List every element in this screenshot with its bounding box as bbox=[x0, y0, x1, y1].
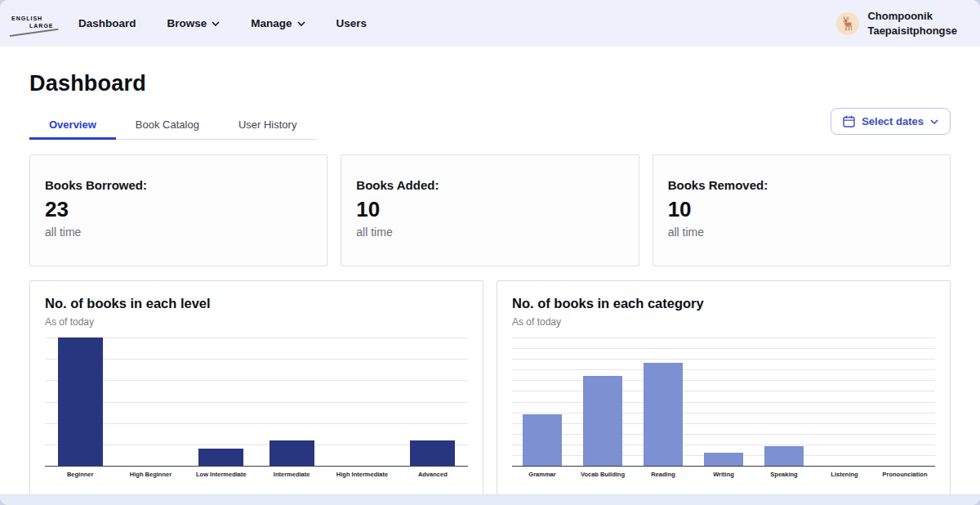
categories-chart-labels: GrammarVocab BuildingReadingWritingSpeak… bbox=[512, 471, 935, 478]
nav-item-dashboard[interactable]: Dashboard bbox=[78, 17, 136, 29]
bar bbox=[58, 337, 103, 466]
stat-card-books-borrowed: Books Borrowed: 23 all time bbox=[29, 154, 327, 266]
levels-bar-chart bbox=[45, 337, 468, 467]
app-logo[interactable]: ENGLISH LARGE bbox=[8, 9, 59, 38]
bar-slot-beginner bbox=[45, 337, 115, 466]
nav-menu: Dashboard Browse Manage Users bbox=[78, 17, 367, 29]
bar-slot-grammar bbox=[512, 337, 572, 466]
chevron-down-icon bbox=[930, 119, 938, 124]
bar bbox=[410, 440, 455, 466]
select-dates-button[interactable]: Select dates bbox=[831, 108, 951, 135]
select-dates-label: Select dates bbox=[862, 115, 924, 127]
nav-item-users[interactable]: Users bbox=[336, 17, 368, 29]
bar bbox=[764, 446, 803, 466]
calendar-icon bbox=[843, 115, 855, 127]
chart-category-label: High Beginner bbox=[115, 471, 185, 478]
charts-row: No. of books in each level As of today B… bbox=[29, 280, 951, 495]
levels-chart-labels: BeginnerHigh BeginnerLow IntermediateInt… bbox=[45, 471, 468, 478]
chart-subtitle: As of today bbox=[45, 316, 468, 328]
bar bbox=[583, 376, 621, 466]
nav-item-browse[interactable]: Browse bbox=[167, 17, 220, 29]
bar-slot-speaking bbox=[754, 337, 814, 466]
bar-slot-high-beginner bbox=[115, 337, 185, 466]
bar bbox=[270, 440, 314, 466]
stats-row: Books Borrowed: 23 all time Books Added:… bbox=[29, 154, 951, 266]
tab-overview[interactable]: Overview bbox=[29, 111, 116, 139]
bar bbox=[644, 363, 682, 466]
chart-category-label: Pronounciation bbox=[875, 471, 935, 478]
tabs-row: Overview Book Catalog User History Selec… bbox=[29, 108, 951, 140]
logo-text-bottom: LARGE bbox=[29, 23, 54, 29]
chart-card-levels: No. of books in each level As of today B… bbox=[29, 280, 483, 495]
chart-category-label: Speaking bbox=[754, 471, 814, 478]
chart-bars bbox=[45, 337, 468, 466]
chart-category-label: High Intermediate bbox=[327, 471, 397, 478]
chart-category-label: Low Intermediate bbox=[186, 471, 256, 478]
chart-category-label: Grammar bbox=[512, 471, 572, 478]
stat-value: 23 bbox=[45, 197, 312, 222]
chevron-down-icon bbox=[212, 21, 220, 26]
avatar: 🦌 bbox=[836, 12, 859, 35]
bar-slot-listening bbox=[814, 337, 875, 466]
user-name: Chompoonik Taepaisitphongse bbox=[867, 9, 957, 38]
tab-bar: Overview Book Catalog User History bbox=[29, 111, 316, 140]
bar-slot-reading bbox=[633, 337, 693, 466]
tab-user-history[interactable]: User History bbox=[219, 111, 317, 139]
bar-slot-low-intermediate bbox=[186, 337, 256, 466]
stat-label: Books Removed: bbox=[668, 178, 935, 192]
stat-value: 10 bbox=[668, 197, 935, 222]
chart-category-label: Beginner bbox=[45, 471, 115, 478]
top-navbar: ENGLISH LARGE Dashboard Browse Manage Us… bbox=[0, 0, 980, 47]
bar-slot-writing bbox=[693, 337, 754, 466]
chart-title: No. of books in each level bbox=[45, 296, 468, 311]
user-last-name: Taepaisitphongse bbox=[867, 24, 957, 38]
chart-category-label: Advanced bbox=[398, 471, 468, 478]
bar bbox=[198, 449, 243, 466]
app-window: ENGLISH LARGE Dashboard Browse Manage Us… bbox=[0, 0, 980, 505]
stat-label: Books Borrowed: bbox=[45, 178, 312, 192]
chart-bars bbox=[512, 337, 935, 466]
stat-card-books-removed: Books Removed: 10 all time bbox=[653, 154, 951, 266]
nav-item-label: Browse bbox=[167, 17, 207, 29]
bar-slot-high-intermediate bbox=[327, 337, 397, 466]
page-title: Dashboard bbox=[29, 71, 951, 96]
footer-strip bbox=[0, 494, 980, 505]
nav-item-label: Manage bbox=[251, 17, 292, 29]
logo-text-top: ENGLISH bbox=[11, 16, 42, 21]
bar bbox=[704, 453, 742, 466]
chart-card-categories: No. of books in each category As of toda… bbox=[497, 280, 951, 495]
bar-slot-vocab-building bbox=[572, 337, 633, 466]
bar-slot-advanced bbox=[398, 337, 468, 466]
stat-period: all time bbox=[45, 226, 312, 239]
chart-category-label: Vocab Building bbox=[572, 471, 633, 478]
bar-slot-pronounciation bbox=[875, 337, 935, 466]
chart-title: No. of books in each category bbox=[512, 296, 935, 311]
bar bbox=[523, 414, 561, 466]
stat-period: all time bbox=[356, 226, 623, 239]
stat-value: 10 bbox=[356, 197, 623, 222]
chart-subtitle: As of today bbox=[512, 316, 935, 328]
nav-item-manage[interactable]: Manage bbox=[251, 17, 305, 29]
chart-category-label: Listening bbox=[814, 471, 875, 478]
user-first-name: Chompoonik bbox=[867, 9, 957, 24]
user-menu[interactable]: 🦌 Chompoonik Taepaisitphongse bbox=[836, 9, 957, 38]
chart-category-label: Writing bbox=[693, 471, 754, 478]
nav-item-label: Users bbox=[336, 17, 368, 29]
bar-slot-intermediate bbox=[256, 337, 327, 466]
chart-category-label: Reading bbox=[633, 471, 693, 478]
main-content: Dashboard Overview Book Catalog User His… bbox=[0, 71, 980, 495]
chevron-down-icon bbox=[297, 21, 305, 26]
tab-book-catalog[interactable]: Book Catalog bbox=[116, 111, 219, 139]
stat-label: Books Added: bbox=[356, 178, 623, 192]
categories-bar-chart bbox=[512, 337, 935, 467]
nav-item-label: Dashboard bbox=[78, 17, 136, 29]
stat-card-books-added: Books Added: 10 all time bbox=[341, 154, 639, 266]
stat-period: all time bbox=[668, 226, 935, 239]
chart-category-label: Intermediate bbox=[256, 471, 327, 478]
